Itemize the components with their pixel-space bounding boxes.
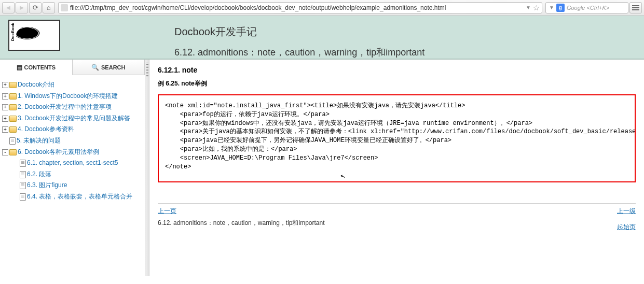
- page-icon: [20, 193, 26, 201]
- tree-item[interactable]: 6.4. 表格，表格嵌套，表格单元格合并: [2, 191, 143, 203]
- tree-link[interactable]: 5. 未解决的问题: [17, 137, 61, 145]
- code-example-box: <note xml:id="note.install_java_first"><…: [158, 94, 636, 182]
- sidebar-resize-handle[interactable]: [145, 60, 149, 276]
- menu-button[interactable]: [629, 2, 642, 13]
- tab-search-label: SEARCH: [101, 64, 125, 70]
- tree-item[interactable]: +4. Docbook参考资料: [2, 124, 143, 135]
- dropdown-icon[interactable]: ▼: [526, 5, 531, 10]
- page-header: DocBook Docbook开发手记 6.12. admonitions：no…: [0, 16, 644, 60]
- tree-item[interactable]: +2. Docbook开发过程中的注意事项: [2, 102, 143, 113]
- toc-tree: +Docbook介绍+1. Windows下的Docbook的环境搭建+2. D…: [0, 75, 145, 276]
- section-heading: 6.12.1. note: [158, 66, 636, 74]
- tab-contents[interactable]: ▤ CONTENTS: [0, 60, 73, 75]
- search-icon: 🔍: [91, 64, 99, 71]
- prev-page-link[interactable]: 上一页: [158, 207, 176, 215]
- tree-item[interactable]: +Docbook介绍: [2, 79, 143, 91]
- page-icon: [20, 182, 26, 189]
- tree-spacer: [12, 182, 19, 189]
- home-button[interactable]: ⌂: [43, 2, 55, 13]
- tree-link[interactable]: 6.2. 段落: [27, 171, 51, 179]
- tree-item[interactable]: -6. Docbook各种元素用法举例: [2, 147, 143, 158]
- main-content: 6.12.1. note 例 6.25. note举例 <note xml:id…: [149, 60, 644, 276]
- browser-search-box[interactable]: ▼ g Google <Ctrl+K>: [545, 2, 628, 13]
- back-button[interactable]: ◄: [2, 2, 15, 13]
- tree-link[interactable]: 4. Docbook参考资料: [18, 125, 74, 134]
- url-bar[interactable]: file:///D:/tmp/tmp_dev_root/cgwin/home/C…: [58, 2, 542, 13]
- tree-item[interactable]: 5. 未解决的问题: [2, 135, 143, 147]
- folder-icon: [9, 104, 17, 110]
- tree-item[interactable]: 6.1. chapter, section, sect1-sect5: [2, 158, 143, 169]
- page-icon: [20, 171, 26, 178]
- up-level-link[interactable]: 上一级: [617, 207, 636, 215]
- home-page-link[interactable]: 起始页: [617, 223, 636, 231]
- expand-icon[interactable]: +: [2, 126, 8, 133]
- tree-link[interactable]: 1. Windows下的Docbook的环境搭建: [18, 92, 118, 101]
- logo-text: DocBook: [10, 23, 15, 41]
- sidebar-tabs: ▤ CONTENTS 🔍 SEARCH: [0, 60, 145, 75]
- book-title: Docbook开发手记: [174, 25, 424, 39]
- mouse-cursor-icon: ↖: [338, 170, 347, 182]
- tree-item[interactable]: 6.2. 段落: [2, 169, 143, 180]
- url-text: file:///D:/tmp/tmp_dev_root/cgwin/home/C…: [70, 4, 524, 11]
- tree-link[interactable]: 3. Docbook开发过程中的常见问题及解答: [18, 115, 130, 123]
- tree-link[interactable]: 6. Docbook各种元素用法举例: [18, 148, 99, 157]
- expand-icon[interactable]: +: [2, 93, 8, 100]
- tree-link[interactable]: 6.1. chapter, section, sect1-sect5: [27, 159, 118, 167]
- page-identity-icon: [61, 4, 68, 11]
- google-engine-icon: g: [556, 4, 565, 12]
- tree-spacer: [2, 138, 8, 144]
- tab-search[interactable]: 🔍 SEARCH: [73, 60, 145, 75]
- code-text: <note xml:id="note.install_java_first"><…: [165, 102, 636, 171]
- grip-icon: [146, 63, 148, 78]
- forward-button[interactable]: ►: [16, 2, 28, 13]
- folder-icon: [9, 116, 17, 122]
- tree-item[interactable]: +3. Docbook开发过程中的常见问题及解答: [2, 113, 143, 124]
- folder-icon: [9, 149, 17, 155]
- tree-link[interactable]: 6.3. 图片figure: [27, 181, 67, 190]
- tree-spacer: [12, 194, 19, 200]
- tree-link[interactable]: 2. Docbook开发过程中的注意事项: [18, 103, 112, 111]
- book-icon: ▤: [17, 64, 22, 71]
- tree-spacer: [12, 160, 19, 166]
- folder-icon: [9, 93, 17, 100]
- search-placeholder: Google <Ctrl+K>: [567, 5, 609, 11]
- tree-link[interactable]: Docbook介绍: [18, 81, 54, 89]
- search-dropdown-icon[interactable]: ▼: [549, 5, 554, 10]
- sidebar: ▤ CONTENTS 🔍 SEARCH +Docbook介绍+1. Window…: [0, 60, 145, 276]
- tab-contents-label: CONTENTS: [24, 64, 56, 70]
- tree-spacer: [12, 172, 19, 178]
- page-icon: [9, 137, 16, 145]
- docbook-logo: DocBook: [8, 20, 60, 51]
- collapse-icon[interactable]: -: [2, 149, 8, 155]
- prev-page-title: 6.12. admonitions：note，caution，warning，t…: [158, 219, 325, 228]
- folder-icon: [9, 126, 17, 133]
- bookmark-star-icon[interactable]: ☆: [533, 4, 540, 12]
- reload-button[interactable]: ⟳: [29, 2, 42, 13]
- tree-item[interactable]: +1. Windows下的Docbook的环境搭建: [2, 91, 143, 102]
- expand-icon[interactable]: +: [2, 82, 8, 88]
- tree-item[interactable]: 6.3. 图片figure: [2, 180, 143, 191]
- folder-icon: [9, 82, 17, 88]
- expand-icon[interactable]: +: [2, 104, 8, 110]
- example-heading: 例 6.25. note举例: [158, 79, 636, 88]
- expand-icon[interactable]: +: [2, 116, 8, 122]
- page-icon: [20, 160, 26, 167]
- footer-navigation: 上一页 6.12. admonitions：note，caution，warni…: [158, 203, 636, 232]
- duck-icon: [16, 25, 52, 46]
- chapter-title: 6.12. admonitions：note，caution，warning，t…: [174, 46, 424, 59]
- browser-toolbar: ◄ ► ⟳ ⌂ file:///D:/tmp/tmp_dev_root/cgwi…: [0, 0, 644, 16]
- hamburger-icon: [632, 7, 639, 8]
- tree-link[interactable]: 6.4. 表格，表格嵌套，表格单元格合并: [27, 193, 132, 201]
